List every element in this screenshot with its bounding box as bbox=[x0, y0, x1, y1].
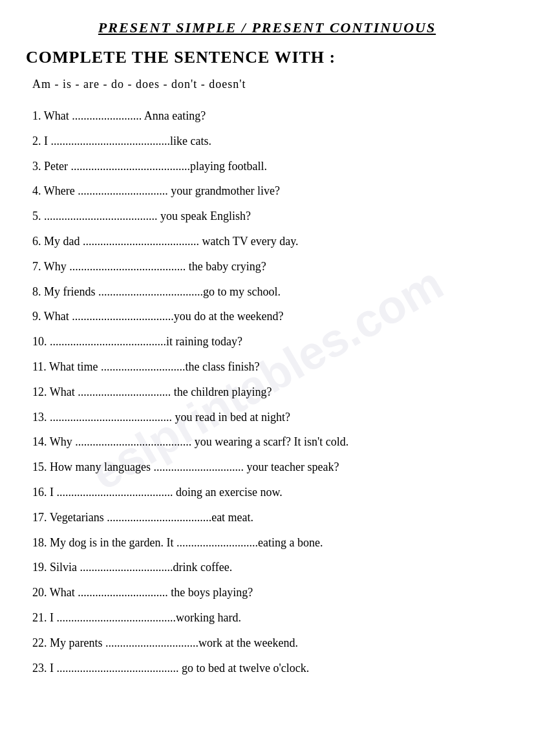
sentence-item: 17. Vegetarians ........................… bbox=[26, 508, 508, 527]
sentence-item: 13. ....................................… bbox=[26, 408, 508, 427]
sentence-item: 2. I ...................................… bbox=[26, 132, 508, 151]
page-title: PRESENT SIMPLE / PRESENT CONTINUOUS bbox=[26, 19, 508, 36]
sentence-item: 4. Where ...............................… bbox=[26, 182, 508, 200]
sentence-item: 14. Why ................................… bbox=[26, 433, 508, 451]
sentence-item: 11. What time ..........................… bbox=[26, 358, 508, 376]
sentence-item: 10. ....................................… bbox=[26, 332, 508, 351]
sentence-item: 21. I ..................................… bbox=[26, 609, 508, 627]
sentence-item: 19. Silvia .............................… bbox=[26, 558, 508, 577]
sentence-item: 18. My dog is in the garden. It ........… bbox=[26, 534, 508, 552]
sentence-item: 8. My friends ..........................… bbox=[26, 283, 508, 301]
word-bank: Am - is - are - do - does - don't - does… bbox=[26, 78, 508, 91]
sentence-item: 3. Peter ...............................… bbox=[26, 157, 508, 176]
sentence-item: 6. My dad ..............................… bbox=[26, 232, 508, 251]
sentence-item: 16. I ..................................… bbox=[26, 483, 508, 502]
sentence-item: 7. Why .................................… bbox=[26, 257, 508, 276]
sentence-item: 20. What ...............................… bbox=[26, 583, 508, 602]
sentence-item: 5. .....................................… bbox=[26, 207, 508, 226]
sentence-list: 1. What ........................ Anna ea… bbox=[26, 107, 508, 677]
instruction-heading: COMPLETE THE SENTENCE WITH : bbox=[26, 48, 508, 67]
sentence-item: 9. What ................................… bbox=[26, 307, 508, 326]
sentence-item: 22. My parents .........................… bbox=[26, 634, 508, 653]
sentence-item: 23. I ..................................… bbox=[26, 659, 508, 678]
sentence-item: 12. What ...............................… bbox=[26, 383, 508, 402]
sentence-item: 15. How many languages .................… bbox=[26, 458, 508, 477]
sentence-item: 1. What ........................ Anna ea… bbox=[26, 107, 508, 125]
